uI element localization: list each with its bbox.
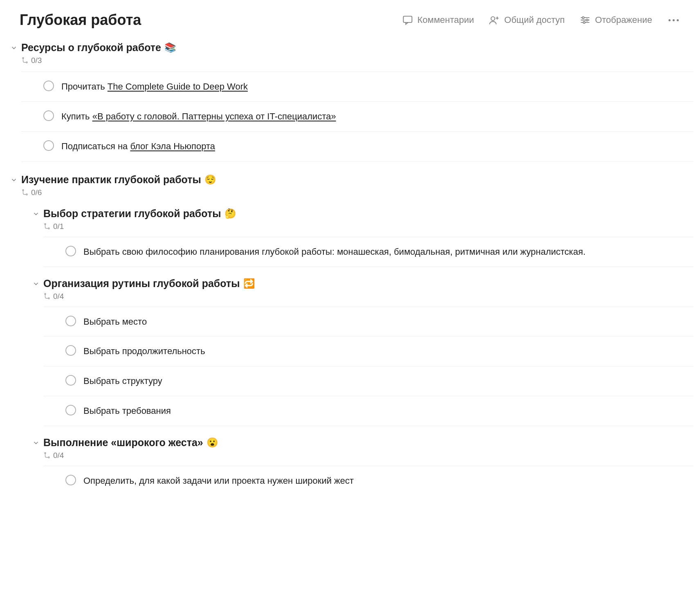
task-checkbox[interactable] [43,140,54,151]
subtask-count-text: 0/1 [53,222,64,231]
task-text: Прочитать The Complete Guide to Deep Wor… [61,80,248,93]
books-emoji-icon: 📚 [164,42,176,53]
svg-point-8 [26,194,27,195]
task-row[interactable]: Выбрать место [43,307,693,337]
thinking-emoji-icon: 🤔 [224,208,236,219]
task-checkbox[interactable] [65,375,76,386]
svg-point-4 [583,22,585,24]
share-button[interactable]: Общий доступ [489,14,565,26]
sliders-icon [579,14,591,26]
page-title: Глубокая работа [20,11,141,29]
task-row[interactable]: Выбрать требования [43,396,693,426]
task-text-link[interactable]: блог Кэла Ньюпорта [130,141,215,151]
task-text: Выбрать требования [83,404,171,417]
task-text-link[interactable]: The Complete Guide to Deep Work [108,81,248,92]
comments-button[interactable]: Комментарии [402,14,474,26]
chevron-down-icon[interactable] [7,42,21,52]
chevron-down-icon[interactable] [29,208,43,218]
hushed-emoji-icon: 😮 [206,437,218,448]
subtask-icon [21,189,29,196]
svg-point-2 [582,17,584,19]
task-checkbox[interactable] [43,110,54,121]
task-text-link[interactable]: «В работу с головой. Паттерны успеха от … [92,111,336,121]
task-checkbox[interactable] [43,81,54,91]
subtask-count-text: 0/4 [53,451,64,460]
task-text: Выбрать место [83,315,147,328]
view-button[interactable]: Отображение [579,14,652,26]
task-row[interactable]: Выбрать свою философию планирования глуб… [43,237,693,267]
repeat-emoji-icon: 🔁 [243,278,255,289]
section-body: Прочитать The Complete Guide to Deep Wor… [7,72,693,162]
section-title: Ресурсы о глубокой работе 📚 [21,42,176,54]
section-heading-block: Организация рутины глубокой работы 🔁 0/4 [43,278,255,301]
comment-icon [402,14,413,26]
dot-icon [673,19,675,21]
task-checkbox[interactable] [65,405,76,415]
section: Выполнение «широкого жеста» 😮 0/4 [29,426,693,496]
section-title: Выполнение «широкого жеста» 😮 [43,437,218,449]
task-checkbox[interactable] [65,246,76,256]
dot-icon [669,19,671,21]
section: Изучение практик глубокой работы 😌 0/6 [7,162,693,496]
task-text-prefix: Купить [61,111,92,121]
section-title: Организация рутины глубокой работы 🔁 [43,278,255,290]
chevron-down-icon[interactable] [29,437,43,447]
svg-point-12 [48,298,49,299]
section-header[interactable]: Выполнение «широкого жеста» 😮 0/4 [29,426,693,460]
more-menu-button[interactable] [667,18,680,23]
task-text: Выбрать структуру [83,375,162,388]
task-row[interactable]: Подписаться на блог Кэла Ньюпорта [21,132,693,162]
share-label: Общий доступ [504,15,565,25]
header-actions: Комментарии Общий доступ Отображение [402,14,680,26]
subtask-count-text: 0/3 [31,56,42,65]
subtask-count: 0/4 [43,451,218,460]
section-heading-block: Выбор стратегии глубокой работы 🤔 0/1 [43,208,236,231]
view-label: Отображение [595,15,652,25]
nested-sections: Выбор стратегии глубокой работы 🤔 0/1 [7,197,693,496]
section-body: Выбрать свою философию планирования глуб… [29,237,693,267]
subtask-count-text: 0/4 [53,292,64,301]
section-title: Выбор стратегии глубокой работы 🤔 [43,208,236,220]
svg-point-1 [491,17,495,20]
task-checkbox[interactable] [65,316,76,326]
task-row[interactable]: Выбрать продолжительность [43,337,693,366]
comments-label: Комментарии [417,15,474,25]
section-title-text: Изучение практик глубокой работы [21,174,201,186]
section-body: Выбрать место Выбрать продолжительность … [29,307,693,426]
section-heading-block: Изучение практик глубокой работы 😌 0/6 [21,174,216,197]
section-title-text: Выполнение «широкого жеста» [43,437,203,449]
task-row[interactable]: Купить «В работу с головой. Паттерны усп… [21,102,693,132]
section-title: Изучение практик глубокой работы 😌 [21,174,216,186]
section-body: Определить, для какой задачи или проекта… [29,466,693,496]
subtask-count-text: 0/6 [31,188,42,197]
chevron-down-icon[interactable] [29,278,43,287]
section-header[interactable]: Выбор стратегии глубокой работы 🤔 0/1 [29,197,693,231]
task-checkbox[interactable] [65,475,76,485]
subtask-count: 0/4 [43,292,255,301]
svg-rect-0 [403,16,412,22]
chevron-down-icon[interactable] [7,174,21,184]
task-row[interactable]: Выбрать структуру [43,366,693,396]
subtask-icon [43,223,51,230]
section-header[interactable]: Изучение практик глубокой работы 😌 0/6 [7,162,693,197]
svg-point-14 [48,457,49,458]
section: Выбор стратегии глубокой работы 🤔 0/1 [29,197,693,267]
task-text: Определить, для какой задачи или проекта… [83,474,354,487]
section-title-text: Выбор стратегии глубокой работы [43,208,221,220]
section: Организация рутины глубокой работы 🔁 0/4 [29,267,693,426]
task-text: Купить «В работу с головой. Паттерны усп… [61,110,336,123]
svg-point-6 [26,62,27,63]
subtask-count: 0/1 [43,222,236,231]
section-header[interactable]: Ресурсы о глубокой работе 📚 0/3 [7,36,693,65]
task-text: Выбрать свою философию планирования глуб… [83,245,586,258]
subtask-count: 0/6 [21,188,216,197]
svg-point-10 [48,228,49,229]
section-header[interactable]: Организация рутины глубокой работы 🔁 0/4 [29,267,693,301]
subtask-icon [43,293,51,300]
task-text-prefix: Подписаться на [61,141,130,151]
task-row[interactable]: Определить, для какой задачи или проекта… [43,466,693,496]
task-checkbox[interactable] [65,345,76,356]
task-row[interactable]: Прочитать The Complete Guide to Deep Wor… [21,72,693,102]
content: Ресурсы о глубокой работе 📚 0/3 Прочитат… [0,36,700,496]
section-heading-block: Выполнение «широкого жеста» 😮 0/4 [43,437,218,460]
